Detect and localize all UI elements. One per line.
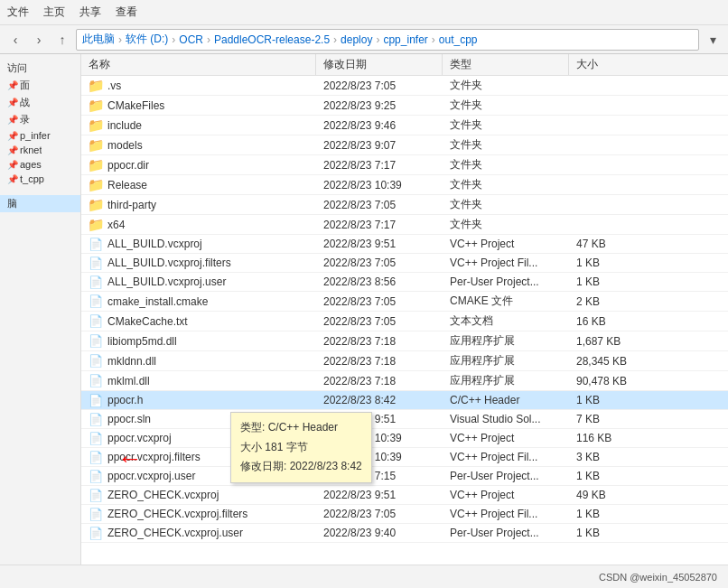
bc-deploy[interactable]: deploy	[341, 33, 372, 46]
table-row[interactable]: 📄 ppocr.h 2022/8/23 8:42 C/C++ Header 1 …	[81, 391, 728, 410]
table-row[interactable]: 📄 mkldnn.dll 2022/8/23 7:18 应用程序扩展 28,34…	[81, 351, 728, 371]
forward-button[interactable]: ›	[29, 30, 49, 50]
file-type: 文件夹	[443, 215, 569, 234]
file-name: ALL_BUILD.vcxproj.filters	[107, 257, 231, 269]
table-row[interactable]: 📁 ppocr.dir 2022/8/23 7:17 文件夹	[81, 155, 728, 175]
file-icon: 📄	[89, 393, 103, 407]
toolbar: 文件 主页 共享 查看	[0, 0, 728, 25]
file-name-cell: 📄 ZERO_CHECK.vcxproj	[81, 486, 316, 504]
folder-icon: 📁	[89, 79, 103, 93]
dropdown-button[interactable]: ▾	[703, 30, 723, 50]
breadcrumb[interactable]: 此电脑 › 软件 (D:) › OCR › PaddleOCR-release-…	[76, 29, 699, 51]
table-row[interactable]: 📁 include 2022/8/23 9:46 文件夹	[81, 116, 728, 135]
pin-icon: 📌	[7, 80, 18, 90]
toolbar-share[interactable]: 共享	[79, 5, 101, 20]
table-row[interactable]: 📄 ZERO_CHECK.vcxproj.user 2022/8/23 9:40…	[81, 524, 728, 543]
table-row[interactable]: 📁 third-party 2022/8/23 7:05 文件夹	[81, 195, 728, 215]
file-name-cell: 📄 ZERO_CHECK.vcxproj.user	[81, 524, 316, 542]
table-row[interactable]: 📄 cmake_install.cmake 2022/8/23 7:05 CMA…	[81, 292, 728, 312]
sidebar-item-tcpp[interactable]: t_cpp	[20, 173, 44, 185]
bc-outcpp[interactable]: out_cpp	[439, 33, 478, 46]
file-name: Release	[107, 179, 147, 191]
table-row[interactable]: 📄 ppocr.vcxproj 2022/8/23 10:39 VC++ Pro…	[81, 429, 728, 448]
table-row[interactable]: 📄 mklml.dll 2022/8/23 7:18 应用程序扩展 90,478…	[81, 371, 728, 391]
toolbar-view[interactable]: 查看	[116, 5, 137, 20]
file-modified: 2022/8/23 7:17	[316, 157, 443, 173]
file-type: Per-User Project...	[443, 468, 569, 484]
up-button[interactable]: ↑	[52, 30, 72, 50]
bc-ocr[interactable]: OCR	[179, 33, 203, 46]
file-icon: 📄	[89, 237, 103, 251]
file-icon: 📄	[89, 450, 103, 464]
sidebar-item-pinfer[interactable]: p_infer	[20, 129, 51, 142]
table-row[interactable]: 📁 models 2022/8/23 9:07 文件夹	[81, 135, 728, 155]
file-size	[569, 163, 641, 167]
toolbar-file[interactable]: 文件	[7, 5, 29, 20]
folder-icon: 📁	[89, 218, 103, 232]
tooltip-size: 大小 181 字节	[240, 438, 362, 458]
file-size: 28,345 KB	[569, 353, 641, 369]
statusbar-text: CSDN @weixin_45052870	[599, 572, 717, 583]
folder-icon: 📁	[89, 118, 103, 133]
file-name-cell: 📄 libiomp5md.dll	[81, 332, 316, 350]
sidebar-item-ages[interactable]: ages	[20, 158, 42, 171]
file-name: ZERO_CHECK.vcxproj	[107, 489, 219, 501]
file-modified: 2022/8/23 7:05	[316, 313, 443, 330]
bc-drive[interactable]: 软件 (D:)	[126, 32, 168, 47]
bc-cppinfer[interactable]: cpp_infer	[383, 33, 427, 46]
table-row[interactable]: 📁 Release 2022/8/23 10:39 文件夹	[81, 175, 728, 195]
file-type: 文件夹	[443, 76, 569, 95]
table-row[interactable]: 📁 .vs 2022/8/23 7:05 文件夹	[81, 76, 728, 96]
file-name: .vs	[107, 79, 121, 92]
table-row[interactable]: 📄 ZERO_CHECK.vcxproj 2022/8/23 9:51 VC++…	[81, 486, 728, 505]
file-type: Per-User Project...	[443, 274, 569, 290]
table-row[interactable]: 📄 ppocr.vcxproj.user 2022/8/23 7:15 Per-…	[81, 467, 728, 486]
col-name[interactable]: 名称	[81, 54, 316, 75]
toolbar-home[interactable]: 主页	[43, 5, 65, 20]
table-row[interactable]: 📄 libiomp5md.dll 2022/8/23 7:18 应用程序扩展 1…	[81, 331, 728, 351]
sidebar-item-rknet[interactable]: rknet	[20, 144, 42, 156]
file-modified: 2022/8/23 7:17	[316, 217, 443, 233]
table-row[interactable]: 📄 ZERO_CHECK.vcxproj.filters 2022/8/23 7…	[81, 505, 728, 524]
file-name: x64	[107, 219, 125, 231]
file-name: include	[107, 119, 142, 132]
col-type[interactable]: 类型	[443, 54, 569, 75]
bc-paddle[interactable]: PaddleOCR-release-2.5	[214, 33, 330, 46]
back-button[interactable]: ‹	[5, 30, 25, 50]
sidebar-item-mian[interactable]: 面	[20, 78, 30, 93]
file-modified: 2022/8/23 10:39	[316, 177, 443, 193]
file-name: models	[107, 139, 143, 152]
file-name: libiomp5md.dll	[107, 335, 177, 348]
file-name: ALL_BUILD.vcxproj.user	[107, 275, 226, 288]
bc-sep4: ›	[333, 33, 337, 46]
bc-sep5: ›	[376, 33, 379, 46]
table-row[interactable]: 📄 CMakeCache.txt 2022/8/23 7:05 文本文档 16 …	[81, 312, 728, 331]
file-size	[569, 203, 641, 207]
col-size[interactable]: 大小	[569, 54, 641, 75]
bc-sep2: ›	[172, 33, 175, 46]
sidebar-item-lu[interactable]: 录	[20, 112, 30, 127]
table-row[interactable]: 📁 x64 2022/8/23 7:17 文件夹	[81, 215, 728, 235]
col-modified[interactable]: 修改日期	[316, 54, 443, 75]
file-type: VC++ Project Fil...	[443, 506, 569, 522]
table-row[interactable]: 📄 ppocr.sln 2022/8/23 9:51 Visual Studio…	[81, 410, 728, 429]
table-row[interactable]: 📄 ALL_BUILD.vcxproj.user 2022/8/23 8:56 …	[81, 273, 728, 292]
file-type: 文件夹	[443, 96, 569, 115]
tooltip: 类型: C/C++ Header 大小 181 字节 修改日期: 2022/8/…	[230, 412, 372, 483]
table-row[interactable]: 📁 CMakeFiles 2022/8/23 9:25 文件夹	[81, 96, 728, 116]
file-name: CMakeCache.txt	[107, 315, 188, 328]
sidebar-item-computer[interactable]: 脑	[0, 195, 80, 212]
file-icon: 📄	[89, 488, 103, 502]
bc-computer[interactable]: 此电脑	[82, 32, 115, 47]
table-row[interactable]: 📄 ALL_BUILD.vcxproj.filters 2022/8/23 7:…	[81, 254, 728, 273]
file-modified: 2022/8/23 9:40	[316, 525, 443, 541]
sidebar-item-zhan[interactable]: 战	[20, 95, 30, 110]
table-row[interactable]: 📄 ALL_BUILD.vcxproj 2022/8/23 9:51 VC++ …	[81, 235, 728, 254]
sidebar-item-access[interactable]: 访问	[0, 60, 80, 77]
file-icon: 📄	[89, 374, 103, 388]
table-row[interactable]: 📄 ppocr.vcxproj.filters 2022/8/23 10:39 …	[81, 448, 728, 467]
file-modified: 2022/8/23 7:05	[316, 506, 443, 522]
file-name: third-party	[107, 199, 156, 211]
file-type: 文件夹	[443, 195, 569, 214]
bc-sep6: ›	[432, 33, 435, 46]
